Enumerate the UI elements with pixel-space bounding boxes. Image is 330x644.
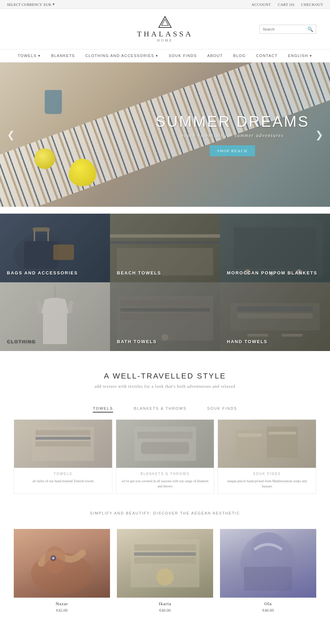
category-hand[interactable]: HAND TOWELS (220, 282, 330, 351)
category-hand-label: HAND TOWELS (227, 339, 268, 344)
tab-souk-label: SOUK FINDS (207, 406, 237, 410)
svg-rect-45 (134, 552, 196, 556)
logo[interactable]: THALASSA HOME (137, 16, 193, 42)
logo-sub: HOME (137, 38, 193, 42)
hero-lemon2-decoration (34, 148, 55, 169)
product-ola[interactable]: Ola €40.00 (220, 529, 316, 613)
nav-souk[interactable]: SOUK FINDS (169, 54, 197, 58)
category-bags[interactable]: BAGS AND ACCESSORIES (0, 214, 110, 282)
nav-about[interactable]: ABOUT (207, 54, 223, 58)
discover-section: SIMPLIFY AND BEAUTIFY: DISCOVER THE AEGE… (0, 501, 330, 522)
product-grid: Nazar €42.00 Ikaria €40.00 Ola €40.00 (0, 522, 330, 627)
product-ola-price: €40.00 (220, 608, 316, 613)
hero-prev-button[interactable]: ❮ (7, 129, 15, 140)
category-clothing[interactable]: CLOTHING (0, 282, 110, 351)
account-link[interactable]: ACCOUNT (251, 2, 271, 7)
svg-rect-34 (141, 442, 189, 454)
category-beach-label: BEACH TOWELS (117, 270, 161, 275)
category-moroccan[interactable]: MOROCCAN POMPOM BLANKETS (220, 214, 330, 282)
promo-souk-image (218, 420, 316, 468)
nav-contact[interactable]: CONTACT (256, 54, 278, 58)
tab-towels-label: TOWELS (93, 406, 113, 410)
chevron-down-icon: ▾ (53, 2, 55, 7)
well-travelled-title: A WELL-TRAVELLED STYLE (14, 372, 316, 381)
hero-slider: ❮ SUMMER DREAMS beach essentials for sum… (0, 63, 330, 207)
product-ikaria-price: €40.00 (117, 608, 213, 613)
tab-blankets-label: BLANKETS & THROWS (134, 406, 187, 410)
product-nazar-name: Nazar (14, 601, 110, 607)
product-nazar-price: €42.00 (14, 608, 110, 613)
promo-card-souk[interactable]: SOUK FINDS unique pieces hand-picked fro… (218, 419, 316, 494)
product-ikaria[interactable]: Ikaria €40.00 (117, 529, 213, 613)
checkout-link[interactable]: CHECKOUT (301, 2, 323, 7)
ola-illustration (220, 529, 316, 598)
product-nazar-image (14, 529, 110, 598)
hero-title: SUMMER DREAMS (155, 113, 309, 130)
tab-blankets[interactable]: BLANKETS & THROWS (134, 406, 187, 413)
nav-towels[interactable]: TOWELS ▾ (18, 54, 41, 58)
svg-point-42 (52, 557, 55, 560)
product-nazar[interactable]: Nazar €42.00 (14, 529, 110, 613)
svg-rect-33 (138, 432, 192, 439)
product-ola-image (220, 529, 316, 598)
nazar-illustration (14, 529, 110, 598)
category-bags-label: BAGS AND ACCESSORIES (7, 270, 78, 275)
svg-point-47 (156, 568, 174, 586)
nav-blankets[interactable]: BLANKETS (51, 54, 75, 58)
promo-cards-section: TOWELS all styles of our hand-loomed Tur… (0, 413, 330, 501)
svg-rect-46 (134, 557, 196, 564)
promo-towels-image (14, 420, 112, 468)
category-moroccan-label: MOROCCAN POMPOM BLANKETS (227, 270, 317, 275)
promo-blankets-title: BLANKETS & THROWS (116, 468, 214, 477)
top-bar: SELECT CURRENCY EUR ▾ ACCOUNT CART (0) C… (0, 0, 330, 9)
cart-link[interactable]: CART (0) (278, 2, 294, 7)
hero-cta-button[interactable]: SHOP BEACH (210, 145, 255, 156)
svg-rect-50 (244, 567, 292, 591)
svg-rect-37 (238, 433, 262, 437)
promo-souk-text: unique pieces hand-picked from Mediterra… (218, 477, 316, 494)
hero-glass-decoration (45, 90, 62, 114)
towels-promo-illustration (14, 420, 112, 468)
promo-towels-text: all styles of our hand-loomed Turkish to… (14, 477, 112, 488)
category-tabs: TOWELS BLANKETS & THROWS SOUK FINDS (0, 396, 330, 413)
category-beach[interactable]: BEACH TOWELS (110, 214, 220, 282)
category-grid: BAGS AND ACCESSORIES BEACH TOWELS MOROCC… (0, 214, 330, 351)
search-input[interactable] (263, 27, 307, 31)
svg-rect-38 (269, 432, 296, 434)
discover-title: SIMPLIFY AND BEAUTIFY: DISCOVER THE AEGE… (14, 511, 316, 515)
ikaria-illustration (117, 529, 213, 598)
main-nav: TOWELS ▾ BLANKETS CLOTHING AND ACCESSORI… (0, 49, 330, 63)
svg-rect-30 (35, 437, 90, 440)
category-bath[interactable]: BATH TOWELS (110, 282, 220, 351)
currency-selector[interactable]: SELECT CURRENCY EUR ▾ (7, 2, 55, 7)
search-button[interactable]: 🔍 (307, 26, 313, 32)
promo-towels-title: TOWELS (14, 468, 112, 477)
tab-souk[interactable]: SOUK FINDS (207, 406, 237, 413)
souk-promo-illustration (218, 420, 316, 468)
well-travelled-subtitle: add texture with textiles for a look tha… (14, 384, 316, 389)
hero-next-button[interactable]: ❯ (315, 129, 323, 140)
promo-blankets-image (116, 420, 214, 468)
category-clothing-label: CLOTHING (7, 339, 36, 344)
promo-blankets-text: we've got you covered in all seasons wit… (116, 477, 214, 494)
promo-card-blankets[interactable]: BLANKETS & THROWS we've got you covered … (116, 419, 214, 494)
product-ikaria-name: Ikaria (117, 601, 213, 607)
product-ikaria-image (117, 529, 213, 598)
hero-subtitle: beach essentials for summer adventures (155, 133, 309, 138)
tab-towels[interactable]: TOWELS (93, 406, 113, 413)
logo-name: THALASSA (137, 30, 193, 38)
well-travelled-section: A WELL-TRAVELLED STYLE add texture with … (0, 351, 330, 396)
svg-rect-36 (267, 427, 298, 457)
nav-english[interactable]: ENGLISH ▾ (288, 54, 312, 58)
category-bath-label: BATH TOWELS (117, 339, 157, 344)
blankets-promo-illustration (116, 420, 214, 468)
svg-rect-44 (134, 544, 196, 551)
currency-label: SELECT CURRENCY (7, 2, 42, 7)
promo-card-towels[interactable]: TOWELS all styles of our hand-loomed Tur… (14, 419, 112, 494)
nav-blog[interactable]: BLOG (233, 54, 246, 58)
search-form: 🔍 (260, 25, 316, 34)
nav-clothing[interactable]: CLOTHING AND ACCESSORIES ▾ (85, 54, 158, 58)
svg-rect-29 (35, 430, 90, 435)
svg-rect-31 (35, 441, 90, 447)
top-nav-right: ACCOUNT CART (0) CHECKOUT (251, 2, 323, 7)
